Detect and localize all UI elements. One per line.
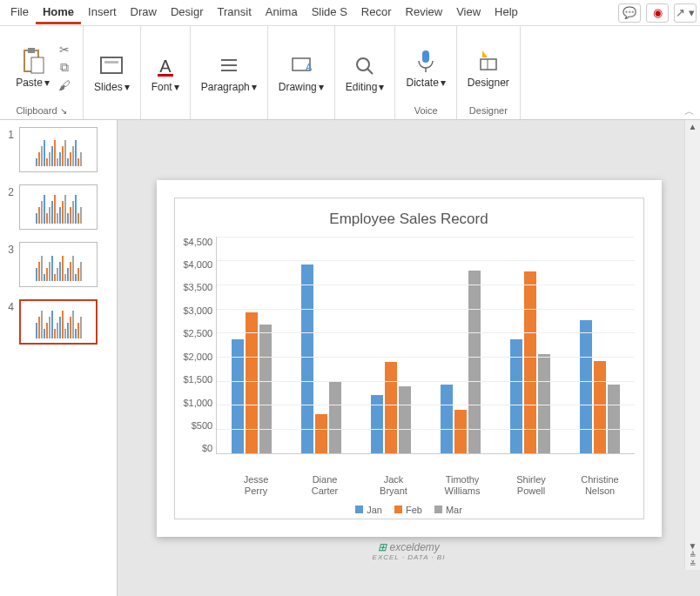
ribbon-group-editing: Editing ▾ [335,26,396,119]
ribbon-group-paragraph: Paragraph ▾ [191,26,268,119]
menu-recor[interactable]: Recor [354,2,399,24]
bar-group [295,265,347,453]
format-painter-icon[interactable]: 🖌 [58,78,71,92]
y-tick: $3,500 [184,282,213,292]
slide-icon [98,53,125,79]
menu-bar: FileHomeInsertDrawDesigrTransitAnimaSlid… [0,0,700,26]
legend-swatch [394,506,402,513]
bar-group [225,312,278,452]
slide-thumbnail-4[interactable] [19,299,98,345]
menu-draw[interactable]: Draw [124,2,164,24]
menu-transit[interactable]: Transit [211,2,259,24]
chart-container[interactable]: Employee Sales Record $4,500$4,000$3,500… [174,198,644,519]
x-tick: ChristineNelson [566,471,635,497]
collapse-ribbon-icon[interactable]: ︿ [684,104,695,119]
next-slide-icon[interactable]: ≚ [690,559,697,568]
svg-point-12 [357,58,369,70]
menu-insert[interactable]: Insert [81,2,124,24]
thumb-row: 2 [3,184,113,230]
drawing-button[interactable]: A Drawing ▾ [275,51,327,95]
scroll-down-icon[interactable]: ▼ [689,541,697,551]
legend-swatch [434,506,442,513]
bar-jan [580,320,592,453]
bar-mar [538,354,550,453]
chart-y-axis: $4,500$4,000$3,500$3,000$2,500$2,000$1,5… [184,237,217,454]
paragraph-button[interactable]: Paragraph ▾ [198,51,260,95]
record-icon[interactable]: ◉ [646,3,669,23]
y-tick: $0 [202,443,212,453]
menu-file[interactable]: File [3,2,36,24]
bar-mar [329,381,341,452]
menu-view[interactable]: View [449,2,488,24]
x-tick: ShirleyPowell [497,471,566,497]
ribbon-group-slides: Slides ▾ [84,26,141,119]
legend-item: Mar [434,505,462,515]
menu-help[interactable]: Help [488,2,525,24]
bar-feb [385,362,397,452]
thumb-number: 4 [3,299,14,313]
menu-anima[interactable]: Anima [259,2,305,24]
prev-slide-icon[interactable]: ≜ [690,551,697,559]
dictate-button[interactable]: Dictate ▾ [402,45,448,90]
menu-slides[interactable]: Slide S [305,2,354,24]
slide-thumbnails: 1234 [0,120,118,596]
svg-rect-3 [101,57,122,73]
watermark: ⊞ exceldemy EXCEL · DATA · BI [373,541,446,561]
copy-icon[interactable]: ⧉ [60,60,69,75]
y-tick: $4,000 [184,259,213,270]
svg-text:A: A [306,62,313,72]
bar-jan [441,385,453,453]
menu-desigr[interactable]: Desigr [164,2,211,24]
clipboard-icon [21,47,45,75]
ribbon-group-clipboard: Paste ▾ ✂ ⧉ 🖌 Clipboard ↘ [0,26,84,119]
svg-rect-2 [31,57,44,73]
comments-icon[interactable]: 💬 [618,3,641,23]
cut-icon[interactable]: ✂ [59,43,70,57]
bar-feb [246,312,258,452]
bar-mar [399,386,411,453]
bar-mar [259,325,272,452]
scroll-up-icon[interactable]: ▲ [689,122,697,131]
search-icon [352,53,378,79]
thumb-row: 1 [3,127,113,172]
thumb-number: 2 [3,184,14,198]
menu-home[interactable]: Home [36,2,81,24]
ribbon: Paste ▾ ✂ ⧉ 🖌 Clipboard ↘ Slides ▾ A Fon… [0,26,700,120]
bar-jan [371,395,383,453]
svg-rect-4 [104,61,118,64]
chart-x-axis: JessePerryDianeCarterJackBryantTimothyWi… [222,471,635,497]
paste-button[interactable]: Paste ▾ [12,45,53,90]
bar-feb [315,414,327,452]
legend-item: Feb [394,505,422,515]
svg-rect-16 [481,59,496,70]
menu-review[interactable]: Review [399,2,450,24]
slide-thumbnail-2[interactable] [19,184,98,230]
drawing-icon: A [288,53,314,79]
slide-canvas[interactable]: Employee Sales Record $4,500$4,000$3,500… [118,120,700,596]
svg-line-13 [367,69,373,74]
slide-thumbnail-3[interactable] [19,242,98,287]
slides-button[interactable]: Slides ▾ [91,51,133,95]
y-tick: $1,000 [184,398,213,408]
ribbon-group-designer: Designer Designer [457,26,521,119]
bar-group [434,271,487,453]
svg-rect-14 [422,50,429,63]
share-icon[interactable]: ↗ ▾ [674,3,697,23]
svg-text:A: A [159,57,172,76]
editing-button[interactable]: Editing ▾ [342,51,388,95]
designer-icon [475,47,501,75]
ribbon-group-voice: Dictate ▾ Voice [395,26,456,119]
y-tick: $4,500 [184,237,213,247]
font-button[interactable]: A Font ▾ [148,51,183,95]
thumb-row: 4 [3,299,113,345]
ribbon-group-drawing: A Drawing ▾ [268,26,335,119]
vertical-scrollbar[interactable]: ▲ ▼ ≜ ≚ [684,120,700,570]
bar-jan [301,265,313,453]
chart-legend: JanFebMar [184,498,635,515]
y-tick: $2,000 [184,352,213,362]
bar-feb [524,271,536,452]
designer-button[interactable]: Designer [464,45,513,90]
current-slide: Employee Sales Record $4,500$4,000$3,500… [157,180,662,537]
slide-thumbnail-1[interactable] [19,127,98,172]
dialog-launcher-icon[interactable]: ↘ [60,106,67,116]
